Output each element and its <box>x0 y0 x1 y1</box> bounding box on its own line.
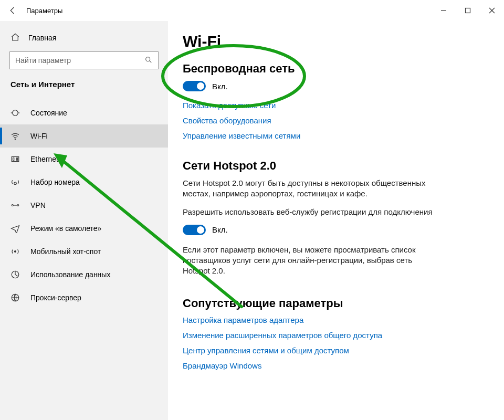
sidebar-item-label: Мобильный хот-спот <box>30 247 101 256</box>
sidebar-item-label: Wi-Fi <box>30 132 48 140</box>
svg-point-6 <box>13 110 18 116</box>
hotspot-intro: Сети Hotspot 2.0 могут быть доступны в н… <box>183 178 435 200</box>
back-button[interactable] <box>2 0 23 21</box>
airplane-icon <box>10 224 20 233</box>
proxy-icon <box>10 293 20 302</box>
sidebar-item-label: Прокси-сервер <box>30 293 81 302</box>
hotspot-heading: Сети Hotspot 2.0 <box>183 159 504 173</box>
sidebar-item-datausage[interactable]: Использование данных <box>0 263 168 286</box>
sidebar-item-vpn[interactable]: VPN <box>0 194 168 217</box>
close-button[interactable] <box>480 0 504 21</box>
svg-rect-12 <box>16 158 17 161</box>
wireless-toggle[interactable] <box>183 81 206 91</box>
link-sharing-settings[interactable]: Изменение расширенных параметров общего … <box>183 331 504 340</box>
svg-point-15 <box>17 205 19 206</box>
sidebar-item-ethernet[interactable]: Ethernet <box>0 148 168 171</box>
sidebar-item-proxy[interactable]: Прокси-сервер <box>0 286 168 309</box>
sidebar-item-label: Ethernet <box>30 155 58 163</box>
search-icon <box>144 56 153 66</box>
link-firewall[interactable]: Брандмауэр Windows <box>183 361 504 370</box>
sidebar-item-airplane[interactable]: Режим «в самолете» <box>0 217 168 240</box>
link-show-networks[interactable]: Показать доступные сети <box>183 101 504 110</box>
link-hardware-props[interactable]: Свойства оборудования <box>183 116 504 125</box>
related-heading: Сопутствующие параметры <box>183 297 504 310</box>
svg-rect-1 <box>466 8 470 13</box>
svg-point-17 <box>15 251 16 253</box>
link-adapter-settings[interactable]: Настройка параметров адаптера <box>183 316 504 324</box>
data-usage-icon <box>10 270 20 279</box>
dialup-icon <box>10 177 20 187</box>
content: Wi-Fi Беспроводная сеть Вкл. Показать до… <box>168 21 504 420</box>
svg-point-4 <box>146 57 150 61</box>
sidebar-home-label: Главная <box>28 34 56 42</box>
sidebar-item-label: Набор номера <box>30 178 80 186</box>
sidebar: Главная Найти параметр Сеть и Интернет С… <box>0 21 168 420</box>
hotspot-allow-label: Разрешить использовать веб-службу регист… <box>183 207 435 217</box>
svg-point-13 <box>14 182 17 185</box>
wireless-heading: Беспроводная сеть <box>183 62 504 76</box>
link-known-networks[interactable]: Управление известными сетями <box>183 131 504 140</box>
hotspot-note: Если этот параметр включен, вы можете пр… <box>183 245 435 277</box>
home-icon <box>10 33 20 44</box>
ethernet-icon <box>10 154 20 164</box>
page-title: Wi-Fi <box>183 33 504 50</box>
minimize-button[interactable] <box>432 0 456 21</box>
sidebar-home[interactable]: Главная <box>0 27 168 48</box>
sidebar-item-hotspot[interactable]: Мобильный хот-спот <box>0 240 168 263</box>
svg-point-14 <box>12 205 13 206</box>
sidebar-item-label: VPN <box>30 201 46 209</box>
status-icon <box>10 108 20 118</box>
sidebar-item-label: Использование данных <box>30 270 110 279</box>
svg-point-9 <box>15 139 16 140</box>
wifi-icon <box>10 131 20 141</box>
svg-line-5 <box>150 60 152 62</box>
maximize-button[interactable] <box>456 0 480 21</box>
window-title: Параметры <box>23 7 62 15</box>
sidebar-item-label: Режим «в самолете» <box>30 224 101 233</box>
sidebar-item-status[interactable]: Состояние <box>0 101 168 124</box>
sidebar-item-dialup[interactable]: Набор номера <box>0 171 168 194</box>
sidebar-item-label: Состояние <box>30 109 67 117</box>
link-network-center[interactable]: Центр управления сетями и общим доступом <box>183 346 504 355</box>
vpn-icon <box>10 201 20 210</box>
search-input[interactable]: Найти параметр <box>9 51 159 69</box>
sidebar-item-wifi[interactable]: Wi-Fi <box>0 124 168 148</box>
svg-rect-11 <box>13 158 14 161</box>
wireless-toggle-state: Вкл. <box>212 82 228 91</box>
sidebar-section-title: Сеть и Интернет <box>0 80 168 89</box>
titlebar: Параметры <box>0 0 504 21</box>
search-placeholder: Найти параметр <box>15 56 144 65</box>
hotspot-toggle-state: Вкл. <box>212 225 228 234</box>
hotspot-icon <box>10 247 20 256</box>
hotspot-toggle[interactable] <box>183 225 206 235</box>
